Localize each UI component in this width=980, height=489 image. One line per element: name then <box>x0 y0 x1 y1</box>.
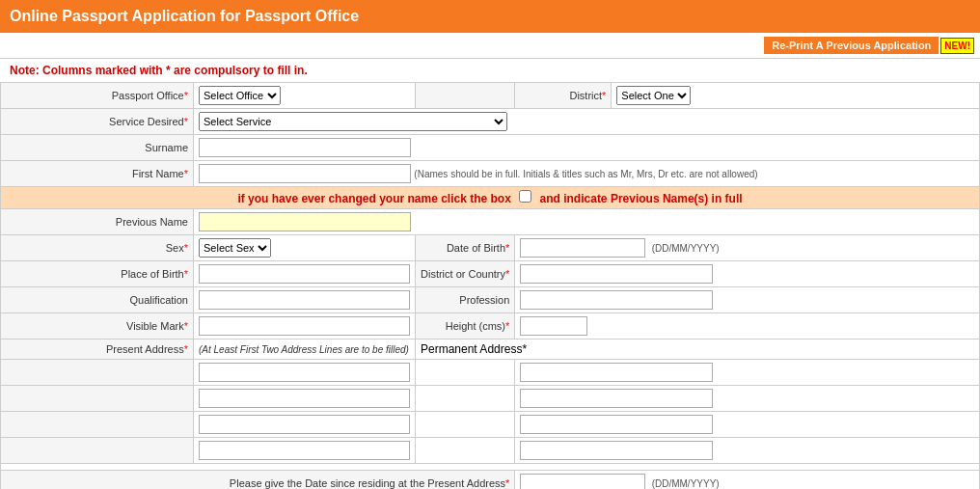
page-header: Online Passport Application for Passport… <box>0 0 980 33</box>
permanent-address-line1-cell <box>515 360 980 386</box>
service-desired-cell: Select Service <box>194 109 980 135</box>
place-of-birth-cell <box>194 261 416 287</box>
qual-profession-row: Qualification Profession <box>1 287 980 313</box>
dob-hint: (DD/MM/YYYY) <box>649 243 720 254</box>
sex-dob-row: Sex* Select Sex Male Female Date of Birt… <box>1 235 980 261</box>
address-line-4-row <box>1 438 980 464</box>
permanent-address-header-cell: Permanent Address* <box>416 340 980 360</box>
visible-mark-input[interactable] <box>199 316 410 336</box>
profession-label: Profession <box>416 287 515 313</box>
present-address-label: Present Address* <box>1 340 194 360</box>
name-change-checkbox[interactable] <box>519 190 531 203</box>
present-address-line4-cell <box>194 438 416 464</box>
name-change-cell: if you have ever changed your name click… <box>1 187 980 209</box>
profession-cell <box>515 287 980 313</box>
sex-label: Sex* <box>1 235 194 261</box>
passport-office-row: Passport Office* Select Office District*… <box>1 83 980 109</box>
qualification-input[interactable] <box>199 290 410 310</box>
birth-row: Place of Birth* District or Country* <box>1 261 980 287</box>
qualification-label: Qualification <box>1 287 194 313</box>
new-badge: NEW! <box>940 38 974 54</box>
sex-select[interactable]: Select Sex Male Female <box>199 238 271 258</box>
date-residing-input[interactable] <box>520 474 645 489</box>
date-residing-label: Please give the Date since residing at t… <box>1 471 515 490</box>
previous-name-cell <box>194 209 980 235</box>
permanent-address-line4-input[interactable] <box>520 441 713 460</box>
district-cell: Select One <box>612 83 980 109</box>
surname-cell <box>194 135 980 161</box>
present-address-line4-input[interactable] <box>199 441 410 460</box>
present-address-line3-input[interactable] <box>199 415 410 434</box>
district-label: District* <box>515 83 612 109</box>
note-text: Note: Columns marked with * are compulso… <box>10 64 308 77</box>
surname-input[interactable] <box>199 138 411 157</box>
district-select[interactable]: Select One <box>616 86 691 105</box>
district-country-cell <box>515 261 980 287</box>
service-desired-select[interactable]: Select Service <box>199 112 507 131</box>
height-cell <box>515 313 980 340</box>
profession-input[interactable] <box>520 290 713 310</box>
previous-name-input[interactable] <box>199 212 411 231</box>
reprint-bar: Re-Print A Previous Application NEW! <box>0 33 980 59</box>
height-input[interactable] <box>520 316 587 336</box>
visible-mark-label: Visible Mark* <box>1 313 194 340</box>
surname-label: Surname <box>1 135 194 161</box>
date-residing-hint: (DD/MM/YYYY) <box>649 478 720 489</box>
name-change-text: if you have ever changed your name click… <box>237 192 510 205</box>
address-header-row: Present Address* (At Least First Two Add… <box>1 340 980 360</box>
note-bar: Note: Columns marked with * are compulso… <box>0 59 980 82</box>
qualification-cell <box>194 287 416 313</box>
present-address-line3-cell <box>194 412 416 438</box>
passport-office-label: Passport Office* <box>1 83 194 109</box>
present-address-line1-cell <box>194 360 416 386</box>
visible-mark-cell <box>194 313 416 340</box>
surname-row: Surname <box>1 135 980 161</box>
district-country-input[interactable] <box>520 264 713 284</box>
previous-name-label: Previous Name <box>1 209 194 235</box>
permanent-address-line2-input[interactable] <box>520 389 713 408</box>
district-country-label: District or Country* <box>416 261 515 287</box>
name-change-text2: and indicate Previous Name(s) in full <box>540 192 743 205</box>
present-address-line2-cell <box>194 386 416 412</box>
firstname-hint: (Names should be in full. Initials & tit… <box>414 169 757 179</box>
dob-label: Date of Birth* <box>416 235 515 261</box>
permanent-address-line3-input[interactable] <box>520 415 713 434</box>
place-of-birth-label: Place of Birth* <box>1 261 194 287</box>
sex-cell: Select Sex Male Female <box>194 235 416 261</box>
firstname-cell: (Names should be in full. Initials & tit… <box>194 161 980 187</box>
address-line-2-row <box>1 386 980 412</box>
address-hint: (At Least First Two Address Lines are to… <box>199 344 409 355</box>
permanent-address-line1-input[interactable] <box>520 363 713 382</box>
passport-office-select[interactable]: Select Office <box>199 86 281 105</box>
date-residing-cell: (DD/MM/YYYY) <box>515 471 980 490</box>
firstname-row: First Name* (Names should be in full. In… <box>1 161 980 187</box>
permanent-address-line3-cell <box>515 412 980 438</box>
dob-input[interactable] <box>520 238 645 258</box>
present-address-line1-input[interactable] <box>199 363 410 382</box>
place-of-birth-input[interactable] <box>199 264 410 284</box>
main-form: Passport Office* Select Office District*… <box>0 82 980 489</box>
address-hint-cell: (At Least First Two Address Lines are to… <box>194 340 416 360</box>
service-desired-row: Service Desired* Select Service <box>1 109 980 135</box>
dob-cell: (DD/MM/YYYY) <box>515 235 980 261</box>
height-label: Height (cms)* <box>416 313 515 340</box>
permanent-address-line2-cell <box>515 386 980 412</box>
present-address-line2-input[interactable] <box>199 389 410 408</box>
date-residing-row: Please give the Date since residing at t… <box>1 471 980 490</box>
service-desired-label: Service Desired* <box>1 109 194 135</box>
firstname-input[interactable] <box>199 164 411 183</box>
address-line-3-row <box>1 412 980 438</box>
firstname-label: First Name* <box>1 161 194 187</box>
mark-height-row: Visible Mark* Height (cms)* <box>1 313 980 340</box>
passport-office-cell: Select Office <box>194 83 416 109</box>
previous-name-row: Previous Name <box>1 209 980 235</box>
name-change-row: if you have ever changed your name click… <box>1 187 980 209</box>
permanent-address-line4-cell <box>515 438 980 464</box>
header-title: Online Passport Application for Passport… <box>10 8 359 24</box>
spacer-row <box>1 464 980 471</box>
reprint-button[interactable]: Re-Print A Previous Application <box>764 37 939 54</box>
address-line-1-row <box>1 360 980 386</box>
